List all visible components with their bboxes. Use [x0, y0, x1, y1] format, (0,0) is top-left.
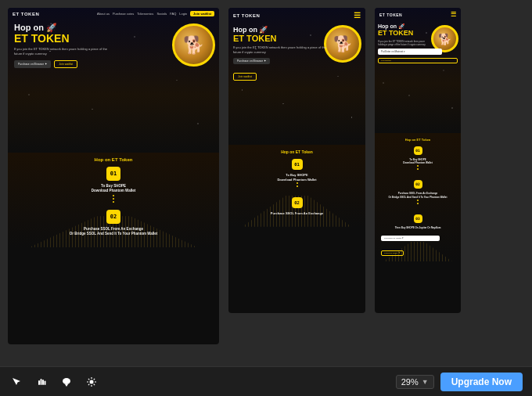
svg-line-13	[88, 383, 89, 384]
desktop-purchase-btn[interactable]: Purchase on Binance ✦	[14, 60, 51, 68]
mobile-steps-title: Hop on ET Token	[381, 138, 455, 142]
panel-tablet: ET TOKEN ☰ Hop on 🚀 ET TOKEN If you join…	[228, 8, 365, 313]
panel-desktop: ET TOKEN About us Purchase coins Tokenom…	[8, 8, 219, 344]
nav-socials[interactable]: Socials	[156, 12, 167, 16]
tablet-hero-desc: If you join the ET TOKEN network then yo…	[233, 45, 327, 54]
desktop-step-num-1: 01	[106, 167, 120, 181]
mobile-hero-buttons: Put Enter on Mainnet ▾	[378, 49, 458, 56]
zoom-value: 29%	[401, 377, 419, 387]
desktop-step-text-1: To Buy SHOPEDownload Phantom Wallet	[92, 184, 135, 194]
mobile-hero-content: Hop on 🚀 ET TOKEN If you join the ET TOK…	[375, 21, 461, 66]
tablet-hamburger[interactable]: ☰	[354, 11, 361, 20]
cursor-icon[interactable]	[9, 375, 23, 389]
desktop-hero: ET TOKEN About us Purchase coins Tokenom…	[8, 8, 219, 153]
desktop-steps: Hop on ET Token 01 To Buy SHOPEDownload …	[8, 153, 219, 247]
desktop-hero-buttons: Purchase on Binance ✦ Join waitlist	[14, 60, 213, 68]
desktop-navbar: ET TOKEN About us Purchase coins Tokenom…	[8, 8, 219, 20]
desktop-steps-title: Hop on ET Token	[14, 157, 213, 162]
nav-faq[interactable]: FAQ	[170, 12, 176, 16]
svg-line-10	[88, 378, 89, 379]
desktop-hero-title2: ET TOKEN	[14, 33, 213, 45]
mobile-step-text-1: To Buy SHOPEDownload Phantom Wallet	[403, 158, 433, 164]
mobile-hero-title2: ET TOKEN	[378, 30, 458, 38]
mobile-step-1: 01 To Buy SHOPEDownload Phantom Wallet	[381, 146, 455, 174]
tablet-purchase-btn[interactable]: Purchase on Binance ✦	[233, 58, 270, 64]
mobile-step-text-3: Then Buy SHOPE On Jupiter Or RaydIum	[395, 226, 441, 229]
mobile-hero: ET TOKEN ☰ Hop on 🚀 ET TOKEN If you join…	[375, 8, 461, 133]
mobile-step-2: 02 Purchase SSOL From An ExchangeOr Brid…	[381, 180, 455, 207]
mobile-hero-desc: If you join the ET TOKEN network then yo…	[378, 40, 433, 46]
tablet-hero-buttons: Purchase on Binance ✦	[233, 58, 361, 64]
mobile-bottom-input[interactable]: Purchase on Jupiter ▾	[381, 236, 440, 241]
tablet-hero-content: Hop on 🚀 ET TOKEN If you join the ET TOK…	[228, 23, 365, 84]
desktop-hero-desc: If you join the ET TOKEN network then yo…	[14, 47, 108, 56]
nav-tokenomics[interactable]: Tokenomics	[137, 12, 153, 16]
panels-container: ET TOKEN About us Purchase coins Tokenom…	[0, 0, 532, 366]
svg-rect-3	[45, 380, 46, 385]
mobile-waitlist-btn[interactable]: Join waitlist	[378, 58, 458, 63]
desktop-nav-links: About us Purchase coins Tokenomics Socia…	[97, 11, 214, 16]
upgrade-button[interactable]: Upgrade Now	[440, 373, 523, 391]
bottom-toolbar: 29% ▼ Upgrade Now	[0, 366, 532, 396]
mobile-step-text-2: Purchase SSOL From An ExchangeOr Bridge …	[388, 192, 447, 198]
panel-mobile: ET TOKEN ☰ Hop on 🚀 ET TOKEN If you join…	[375, 8, 461, 313]
tablet-steps-title: Hop on ET Token	[235, 149, 359, 154]
tablet-hero-title1: Hop on 🚀	[233, 26, 361, 34]
svg-line-11	[94, 383, 95, 384]
tablet-step-text-1: To Buy SHOPEDownload Phantom Wallet	[277, 173, 316, 182]
svg-rect-1	[41, 379, 42, 385]
mobile-step-num-2: 02	[414, 180, 422, 189]
mobile-steps: Hop on ET Token 01 To Buy SHOPEDownload …	[375, 133, 461, 261]
sun-icon[interactable]	[84, 375, 99, 389]
svg-line-12	[94, 378, 95, 379]
tablet-waitlist-btn[interactable]: Join waitlist	[233, 73, 257, 81]
canvas-area: ET TOKEN About us Purchase coins Tokenom…	[0, 0, 532, 366]
nav-login[interactable]: Login	[179, 12, 187, 16]
svg-point-4	[63, 378, 70, 384]
nav-purchase[interactable]: Purchase coins	[113, 12, 134, 16]
svg-rect-2	[42, 380, 44, 385]
desktop-hero-content: Hop on 🚀 ET TOKEN If you join the ET TOK…	[8, 20, 219, 71]
tablet-step-1: 01 To Buy SHOPEDownload Phantom Wallet	[235, 159, 359, 191]
zoom-arrow-icon: ▼	[422, 378, 429, 386]
mobile-logo: ET TOKEN	[379, 13, 402, 17]
toolbar-right: 29% ▼ Upgrade Now	[396, 373, 523, 391]
mobile-navbar: ET TOKEN ☰	[375, 8, 461, 21]
toolbar-tools	[9, 375, 99, 389]
mobile-input[interactable]: Put Enter on Mainnet ▾	[378, 49, 442, 55]
tablet-hero: ET TOKEN ☰ Hop on 🚀 ET TOKEN If you join…	[228, 8, 365, 145]
mobile-hamburger[interactable]: ☰	[451, 11, 456, 18]
desktop-waitlist-btn[interactable]: Join waitlist	[54, 60, 77, 68]
desktop-logo: ET TOKEN	[13, 12, 39, 16]
nav-about[interactable]: About us	[97, 12, 110, 16]
tablet-logo: ET TOKEN	[233, 13, 260, 18]
mobile-step-3: 03 Then Buy SHOPE On Jupiter Or RaydIum	[381, 214, 455, 229]
comment-icon[interactable]	[59, 375, 74, 389]
tablet-navbar: ET TOKEN ☰	[228, 8, 365, 23]
hand-icon[interactable]	[34, 375, 49, 389]
tablet-hero-title2: ET TOKEN	[233, 34, 361, 43]
nav-join-btn[interactable]: Join waitlist	[190, 11, 214, 16]
tablet-step-num-1: 01	[292, 159, 303, 170]
mobile-step-num-1: 01	[414, 146, 422, 155]
svg-rect-0	[38, 380, 40, 385]
tablet-steps: Hop on ET Token 01 To Buy SHOPEDownload …	[228, 145, 365, 227]
desktop-step-1: 01 To Buy SHOPEDownload Phantom Wallet	[14, 167, 213, 203]
mobile-step-num-3: 03	[414, 214, 422, 223]
svg-point-5	[90, 380, 94, 383]
zoom-control[interactable]: 29% ▼	[396, 375, 434, 389]
